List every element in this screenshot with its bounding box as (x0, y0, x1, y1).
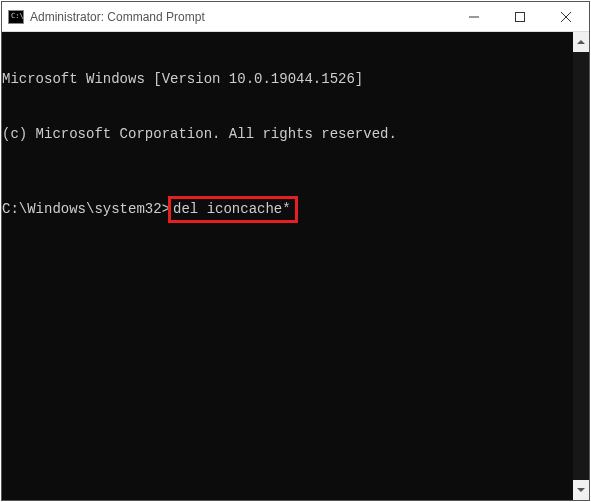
terminal-area[interactable]: Microsoft Windows [Version 10.0.19044.15… (2, 32, 589, 500)
maximize-icon (515, 12, 525, 22)
command-prompt-window: C:\ Administrator: Command Prompt Micros… (1, 1, 590, 501)
command-highlight: del iconcache* (168, 196, 298, 223)
minimize-icon (469, 12, 479, 22)
scrollbar[interactable] (573, 32, 589, 500)
terminal-content: Microsoft Windows [Version 10.0.19044.15… (2, 32, 589, 259)
terminal-prompt: C:\Windows\system32> (2, 201, 170, 217)
maximize-button[interactable] (497, 2, 543, 31)
chevron-up-icon (577, 40, 585, 44)
window-title: Administrator: Command Prompt (30, 10, 451, 24)
close-button[interactable] (543, 2, 589, 31)
minimize-button[interactable] (451, 2, 497, 31)
cmd-icon-label: C:\ (11, 13, 24, 20)
terminal-line-copyright: (c) Microsoft Corporation. All rights re… (2, 125, 589, 143)
window-controls (451, 2, 589, 31)
terminal-command: del iconcache* (173, 201, 291, 217)
scroll-up-button[interactable] (573, 32, 589, 52)
terminal-prompt-line: C:\Windows\system32>del iconcache* (2, 196, 589, 223)
terminal-line-version: Microsoft Windows [Version 10.0.19044.15… (2, 70, 589, 88)
chevron-down-icon (577, 488, 585, 492)
svg-rect-1 (516, 12, 525, 21)
titlebar[interactable]: C:\ Administrator: Command Prompt (2, 2, 589, 32)
scroll-down-button[interactable] (573, 480, 589, 500)
close-icon (561, 12, 571, 22)
cmd-icon: C:\ (8, 10, 24, 24)
